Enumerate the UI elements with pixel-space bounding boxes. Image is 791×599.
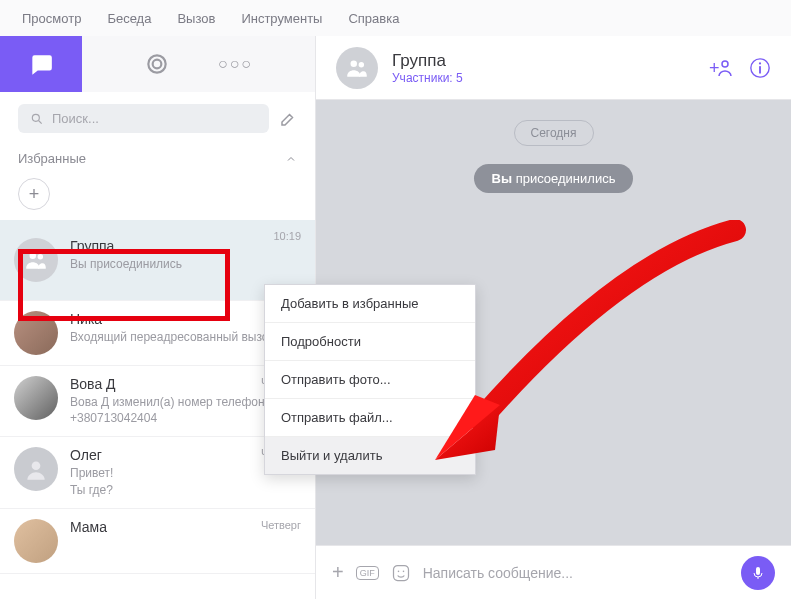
group-icon xyxy=(23,247,49,273)
avatar xyxy=(14,376,58,420)
chat-preview: Вы присоединились xyxy=(70,256,301,272)
info-icon[interactable] xyxy=(749,57,771,79)
svg-point-16 xyxy=(402,570,404,572)
svg-text:+: + xyxy=(709,58,720,78)
chat-item[interactable]: Мама Четверг xyxy=(0,509,315,574)
svg-line-3 xyxy=(39,120,42,123)
menu-send-file[interactable]: Отправить файл... xyxy=(265,399,475,437)
date-pill: Сегодня xyxy=(514,120,594,146)
user-icon xyxy=(23,456,49,482)
svg-point-8 xyxy=(359,62,364,67)
svg-rect-13 xyxy=(759,66,761,73)
menu-details[interactable]: Подробности xyxy=(265,323,475,361)
system-message: Вы присоединились xyxy=(474,164,634,193)
add-participant-icon[interactable]: + xyxy=(709,56,733,80)
menu-conversation[interactable]: Беседа xyxy=(107,11,151,26)
sidebar-tabs: ○○○ xyxy=(0,36,315,92)
favorites-header[interactable]: Избранные xyxy=(0,145,315,172)
svg-point-7 xyxy=(351,60,358,66)
menu-call[interactable]: Вызов xyxy=(177,11,215,26)
menu-tools[interactable]: Инструменты xyxy=(241,11,322,26)
chat-time: Четверг xyxy=(261,519,301,531)
avatar xyxy=(14,238,58,282)
voice-button[interactable] xyxy=(741,556,775,590)
avatar xyxy=(14,447,58,491)
svg-point-2 xyxy=(32,114,39,121)
plus-icon[interactable]: + xyxy=(332,561,344,584)
svg-point-15 xyxy=(397,570,399,572)
menu-leave-delete[interactable]: Выйти и удалить xyxy=(265,437,475,474)
chat-icon xyxy=(28,51,54,77)
search-placeholder: Поиск... xyxy=(52,111,99,126)
chat-time: 10:19 xyxy=(273,230,301,242)
svg-point-10 xyxy=(722,61,728,67)
compose-icon[interactable] xyxy=(279,110,297,128)
context-menu: Добавить в избранные Подробности Отправи… xyxy=(264,284,476,475)
svg-point-12 xyxy=(759,62,761,64)
mic-icon xyxy=(750,565,766,581)
tab-chats[interactable] xyxy=(0,36,82,92)
conversation-title: Группа xyxy=(392,51,463,71)
avatar xyxy=(14,311,58,355)
message-input[interactable]: Написать сообщение... xyxy=(423,565,729,581)
participants-link[interactable]: Участники: 5 xyxy=(392,71,463,85)
avatar xyxy=(14,519,58,563)
svg-point-5 xyxy=(38,254,43,259)
svg-rect-14 xyxy=(393,565,408,580)
favorites-label: Избранные xyxy=(18,151,86,166)
svg-rect-17 xyxy=(756,567,760,575)
search-input[interactable]: Поиск... xyxy=(18,104,269,133)
avatar xyxy=(336,47,378,89)
chat-name: Группа xyxy=(70,238,301,254)
gif-icon[interactable]: GIF xyxy=(356,566,379,580)
menu-send-photo[interactable]: Отправить фото... xyxy=(265,361,475,399)
svg-point-6 xyxy=(32,462,41,471)
message-composer: + GIF Написать сообщение... xyxy=(316,545,791,599)
conversation-header: Группа Участники: 5 + xyxy=(316,36,791,100)
chevron-up-icon xyxy=(285,153,297,165)
public-icon[interactable] xyxy=(144,51,170,77)
more-icon[interactable]: ○○○ xyxy=(218,55,253,73)
group-icon xyxy=(344,55,370,81)
svg-rect-0 xyxy=(148,55,165,72)
svg-rect-1 xyxy=(153,60,162,69)
svg-point-4 xyxy=(30,252,37,258)
menu-help[interactable]: Справка xyxy=(348,11,399,26)
add-favorite-button[interactable]: + xyxy=(18,178,50,210)
menubar: Просмотр Беседа Вызов Инструменты Справк… xyxy=(0,0,791,36)
sticker-icon[interactable] xyxy=(391,563,411,583)
menu-view[interactable]: Просмотр xyxy=(22,11,81,26)
menu-add-favorites[interactable]: Добавить в избранные xyxy=(265,285,475,323)
search-icon xyxy=(30,112,44,126)
